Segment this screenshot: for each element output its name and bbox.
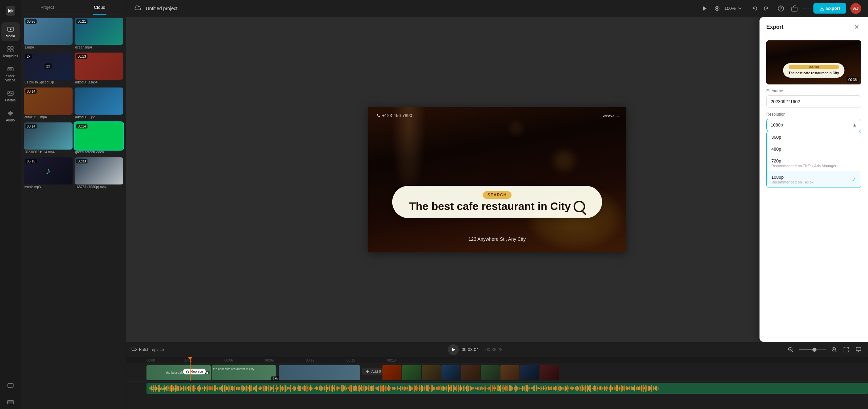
- export-label: Export: [826, 6, 840, 11]
- undo-button[interactable]: [750, 4, 760, 13]
- list-item[interactable]: 00:14 202309151914.mp4: [24, 122, 73, 155]
- svg-rect-21: [856, 347, 861, 351]
- photos-icon: [6, 89, 15, 97]
- svg-rect-16: [792, 7, 797, 11]
- sidebar-item-audio[interactable]: Audio: [1, 106, 20, 125]
- phone-text: +123-456-7890: [376, 113, 412, 118]
- replace-button[interactable]: Replace: [183, 369, 206, 374]
- tab-cloud[interactable]: Cloud: [74, 0, 126, 15]
- sidebar-item-stock[interactable]: Stock videos: [1, 62, 20, 85]
- list-item[interactable]: 05:16 ♪ music.mp3: [24, 157, 73, 190]
- export-preview: SEARCH The best cafe restaurant in City …: [766, 40, 861, 84]
- edit-icon[interactable]: [854, 346, 863, 354]
- overlay-text-bar: SEARCH The best cafe restaurant in City: [392, 186, 602, 218]
- list-item[interactable]: 00:26 1.mp4: [24, 18, 73, 51]
- tab-project[interactable]: Project: [21, 0, 74, 15]
- audio-icon: [6, 109, 15, 117]
- audio-track[interactable]: // Inline waveform bars Sound in templat…: [146, 383, 868, 394]
- list-item[interactable]: 00:33 168787 (1080p).mp4: [75, 157, 123, 190]
- time-marker-5: 00:15: [347, 358, 355, 362]
- media-thumb: 00:14: [24, 87, 73, 115]
- media-thumb: 00:26: [24, 18, 73, 45]
- sidebar-item-keyboard[interactable]: [1, 395, 20, 409]
- main-headline: The best cafe restaurant in City: [409, 200, 585, 213]
- sidebar-item-comments[interactable]: [1, 379, 20, 393]
- resolution-option-1080p[interactable]: 1080p Recommended on TikTok ✓: [767, 171, 861, 188]
- app-logo: [3, 3, 18, 18]
- svg-rect-2: [8, 46, 10, 49]
- media-name: 1.mp4: [24, 45, 73, 51]
- time-marker-2: 00:06: [224, 358, 233, 362]
- resolution-option-480p[interactable]: 480p: [767, 143, 861, 155]
- export-preview-headline: The best cafe restaurant in City: [789, 71, 839, 75]
- video-background: +123-456-7890 www.c... SEARCH The best c…: [368, 107, 626, 252]
- res-720p-label: 720p: [771, 158, 836, 163]
- chevron-up-icon: ▲: [852, 122, 857, 128]
- export-close-button[interactable]: ✕: [852, 22, 861, 32]
- svg-point-14: [716, 7, 718, 9]
- website-text: www.c...: [603, 113, 619, 118]
- fullscreen-icon[interactable]: [842, 346, 850, 354]
- zoom-out-icon[interactable]: [787, 346, 795, 354]
- media-name: green screen video...: [75, 150, 123, 155]
- media-grid: 00:26 1.mp4 00:21 ocean.mp4 2x 2x 3 How …: [24, 18, 123, 190]
- svg-rect-10: [8, 384, 13, 387]
- res-480p-label: 480p: [771, 147, 781, 152]
- media-thumb: 00:33: [75, 157, 123, 184]
- list-item[interactable]: 2x 2x 3 How to Speed Up ...: [24, 53, 73, 85]
- list-item[interactable]: 00:14 autocut_2.mp4: [24, 87, 73, 120]
- svg-marker-12: [703, 6, 707, 11]
- sidebar-item-templates[interactable]: Templates: [1, 42, 20, 61]
- batch-replace-button[interactable]: Batch replace: [132, 347, 164, 352]
- search-badge: SEARCH: [483, 191, 512, 199]
- resolution-option-360p[interactable]: 360p: [767, 131, 861, 143]
- check-icon: ✓: [852, 176, 856, 183]
- help-button[interactable]: [776, 4, 786, 13]
- comments-icon: [6, 382, 15, 390]
- sidebar: Media Templates Stock videos: [0, 0, 21, 409]
- cloud-icon: [133, 4, 142, 13]
- track-clip-2[interactable]: the best cafe restaurant in City: [212, 365, 276, 380]
- zoom-control[interactable]: 100%: [725, 6, 742, 11]
- resolution-select-button[interactable]: 1080p ▲: [766, 119, 861, 131]
- play-button[interactable]: [700, 4, 710, 13]
- export-button[interactable]: Export: [813, 3, 846, 14]
- list-item[interactable]: 00:21 ocean.mp4: [75, 18, 123, 51]
- cursor-head: [188, 357, 193, 360]
- zoom-in-icon[interactable]: [830, 346, 838, 354]
- list-item[interactable]: 00:13 autocut_3.mp4: [75, 53, 123, 85]
- timeline-right-controls: [787, 346, 863, 354]
- timeline-play-button[interactable]: [448, 344, 459, 355]
- timeline-toolbar: Batch replace 00:03:04 | 00:38:28: [126, 342, 868, 357]
- list-item[interactable]: 00:14 green screen video...: [75, 122, 123, 155]
- redo-button[interactable]: [761, 4, 771, 13]
- svg-rect-25: [367, 370, 368, 373]
- media-name: ocean.mp4: [75, 45, 123, 51]
- topbar-left: Untitled project: [133, 4, 695, 13]
- share-button[interactable]: [790, 4, 799, 13]
- media-duration: 00:14: [76, 124, 87, 129]
- media-duration: 00:33: [76, 159, 87, 163]
- media-name: 202309151914.mp4: [24, 150, 73, 155]
- address-text: 123 Anywhere St., Any City: [469, 236, 526, 242]
- list-item[interactable]: autocut_1.jpg: [75, 87, 123, 120]
- more-button[interactable]: ···: [803, 5, 809, 12]
- time-current: 00:03:04: [461, 347, 479, 352]
- res-1080p-label: 1080p: [771, 175, 813, 180]
- media-thumb: 00:14: [75, 122, 123, 150]
- resolution-option-720p[interactable]: 720p Recommended on TikTok Ads Manager: [767, 155, 861, 171]
- sidebar-item-photos[interactable]: Photos: [1, 86, 20, 105]
- filename-input[interactable]: [766, 95, 861, 108]
- media-duration: 00:13: [76, 54, 87, 59]
- record-button[interactable]: [712, 4, 722, 13]
- time-marker-0: 00:00: [146, 358, 155, 362]
- media-thumb: 05:16 ♪: [24, 157, 73, 184]
- media-thumb: 00:21: [75, 18, 123, 45]
- project-title: Untitled project: [146, 6, 177, 11]
- time-marker-3: 00:09: [265, 358, 274, 362]
- sidebar-item-audio-label: Audio: [6, 118, 15, 122]
- track-clip-3[interactable]: [279, 365, 360, 380]
- sidebar-item-media[interactable]: Media: [1, 22, 20, 41]
- stock-icon: [6, 65, 15, 73]
- timeline-controls: 00:03:04 | 00:38:28: [448, 344, 502, 355]
